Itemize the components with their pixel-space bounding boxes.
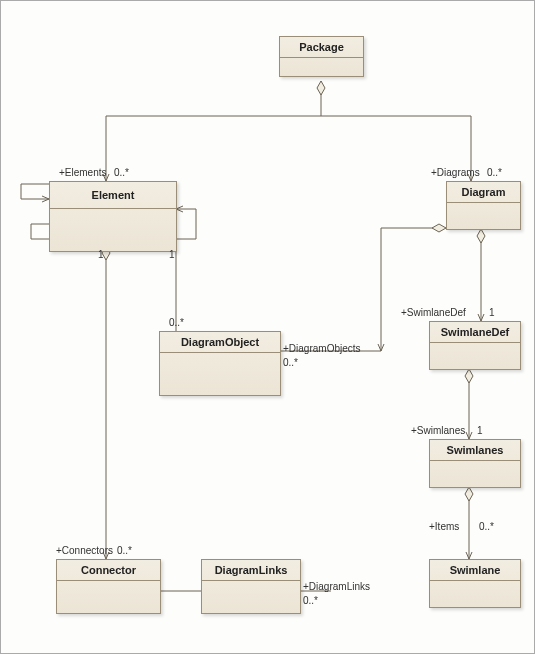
class-body bbox=[57, 581, 160, 613]
class-body bbox=[430, 461, 520, 487]
class-connector: Connector bbox=[56, 559, 161, 614]
class-body bbox=[50, 209, 176, 251]
class-title: Package bbox=[280, 37, 363, 58]
role-label: +Connectors bbox=[56, 545, 113, 556]
mult-label: 1 bbox=[477, 425, 483, 436]
mult-label: 0..* bbox=[169, 317, 184, 328]
class-title: SwimlaneDef bbox=[430, 322, 520, 343]
class-swimlane-def: SwimlaneDef bbox=[429, 321, 521, 370]
role-label: +Items bbox=[429, 521, 459, 532]
class-title: DiagramObject bbox=[160, 332, 280, 353]
mult-label: 0..* bbox=[487, 167, 502, 178]
class-title: Element bbox=[50, 182, 176, 209]
class-body bbox=[280, 58, 363, 76]
class-swimlanes: Swimlanes bbox=[429, 439, 521, 488]
class-diagram-object: DiagramObject bbox=[159, 331, 281, 396]
class-diagram-links: DiagramLinks bbox=[201, 559, 301, 614]
mult-label: 1 bbox=[98, 249, 104, 260]
role-label: +Swimlanes bbox=[411, 425, 465, 436]
role-label: +Diagrams bbox=[431, 167, 480, 178]
class-package: Package bbox=[279, 36, 364, 77]
uml-diagram-canvas: Package Element Diagram DiagramObject Sw… bbox=[0, 0, 535, 654]
class-title: Diagram bbox=[447, 182, 520, 203]
class-title: Swimlanes bbox=[430, 440, 520, 461]
class-title: Swimlane bbox=[430, 560, 520, 581]
role-label: +DiagramLinks bbox=[303, 581, 370, 592]
class-element: Element bbox=[49, 181, 177, 252]
class-swimlane: Swimlane bbox=[429, 559, 521, 608]
class-body bbox=[160, 353, 280, 395]
class-title: DiagramLinks bbox=[202, 560, 300, 581]
role-label: +DiagramObjects bbox=[283, 343, 361, 354]
class-title: Connector bbox=[57, 560, 160, 581]
mult-label: 0..* bbox=[479, 521, 494, 532]
mult-label: 1 bbox=[169, 249, 175, 260]
mult-label: 0..* bbox=[303, 595, 318, 606]
role-label: +Elements bbox=[59, 167, 107, 178]
mult-label: 0..* bbox=[283, 357, 298, 368]
class-diagram: Diagram bbox=[446, 181, 521, 230]
mult-label: 1 bbox=[489, 307, 495, 318]
class-body bbox=[202, 581, 300, 613]
role-label: +SwimlaneDef bbox=[401, 307, 466, 318]
class-body bbox=[430, 581, 520, 607]
class-body bbox=[447, 203, 520, 229]
mult-label: 0..* bbox=[117, 545, 132, 556]
class-body bbox=[430, 343, 520, 369]
mult-label: 0..* bbox=[114, 167, 129, 178]
